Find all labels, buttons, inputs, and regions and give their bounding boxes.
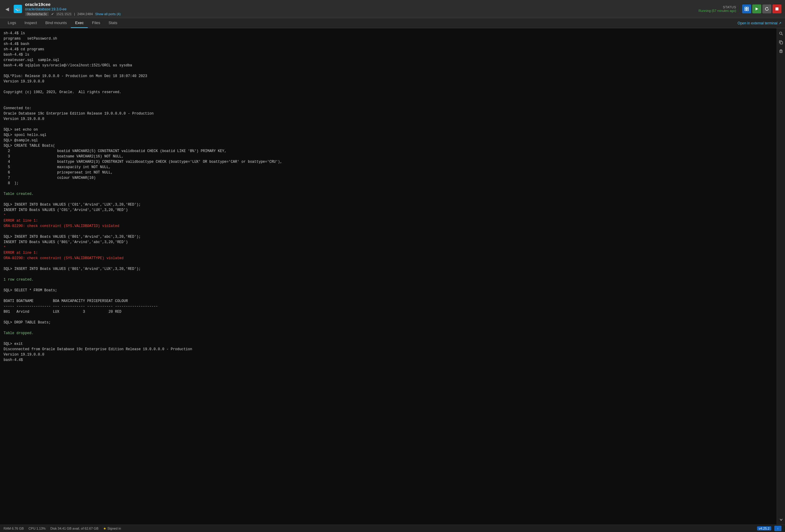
- open-terminal-text: Open in external terminal ↗: [738, 21, 781, 25]
- port-2484: 2484:2484: [77, 12, 93, 16]
- tab-stats[interactable]: Stats: [104, 18, 122, 28]
- disk-value: Disk 34.41 GB avail. of 62.67 GB: [50, 527, 98, 530]
- stop-button[interactable]: [773, 4, 781, 14]
- header-right: STATUS Running (57 minutes ago): [699, 4, 781, 14]
- header: ◀ 🐳 oracle19cee oracle/database:19.3.0-e…: [0, 0, 785, 18]
- svg-rect-5: [776, 7, 779, 10]
- status-section: STATUS Running (57 minutes ago): [699, 5, 736, 12]
- disk-status: Disk 34.41 GB avail. of 62.67 GB: [50, 527, 98, 530]
- scroll-down-button[interactable]: [778, 516, 784, 523]
- tab-inspect[interactable]: Inspect: [20, 18, 41, 28]
- header-left: ◀ 🐳 oracle19cee oracle/database:19.3.0-e…: [4, 2, 121, 16]
- container-id-verified-icon: ✔: [51, 12, 54, 16]
- ram-status: RAM 6.76 GB: [4, 527, 24, 530]
- tab-exec[interactable]: Exec: [71, 18, 88, 28]
- open-button[interactable]: [742, 4, 751, 14]
- svg-rect-9: [780, 50, 782, 53]
- svg-point-6: [780, 32, 782, 34]
- svg-line-7: [782, 34, 783, 35]
- svg-rect-1: [747, 7, 749, 9]
- container-icon: 🐳: [14, 5, 22, 13]
- status-label: STATUS: [699, 5, 736, 9]
- tabs: Logs Inspect Bind mounts Exec Files Stat…: [4, 18, 121, 28]
- cpu-value: CPU 1.13%: [29, 527, 46, 530]
- action-buttons: [742, 4, 781, 14]
- status-bar-left: RAM 6.76 GB CPU 1.13% Disk 34.41 GB avai…: [4, 527, 121, 531]
- search-button[interactable]: [778, 30, 784, 36]
- tab-bind-mounts[interactable]: Bind mounts: [41, 18, 71, 28]
- tab-files[interactable]: Files: [88, 18, 104, 28]
- svg-rect-0: [745, 7, 746, 9]
- terminal-container: sh-4.4$ ls programs setPassword.sh sh-4.…: [0, 28, 785, 525]
- terminal[interactable]: sh-4.4$ ls programs setPassword.sh sh-4.…: [0, 28, 777, 525]
- signed-in-icon: ★: [103, 527, 106, 531]
- terminal-sidebar: [777, 28, 785, 525]
- copy-button[interactable]: [778, 39, 784, 46]
- status-bar: RAM 6.76 GB CPU 1.13% Disk 34.41 GB avai…: [0, 525, 785, 532]
- status-bar-right: v4.25.2 ↑: [757, 526, 781, 531]
- tabs-bar: Logs Inspect Bind mounts Exec Files Stat…: [0, 18, 785, 28]
- status-value: Running (57 minutes ago): [699, 9, 736, 12]
- svg-rect-2: [745, 9, 746, 11]
- container-meta: 0bcbebcfac3c ✔ 1521:1521 | 2484:2484 Sho…: [25, 12, 121, 16]
- svg-marker-4: [756, 7, 758, 10]
- version-badge: v4.25.2: [757, 526, 771, 531]
- header-info: oracle19cee oracle/database:19.3.0-ee 0b…: [25, 2, 121, 16]
- container-name: oracle19cee: [25, 2, 51, 7]
- show-all-ports-link[interactable]: Show all ports (4): [95, 12, 121, 16]
- container-id-badge: 0bcbebcfac3c: [25, 12, 49, 16]
- version-action-button[interactable]: ↑: [774, 526, 781, 531]
- port-sep: |: [74, 12, 75, 16]
- open-terminal-link[interactable]: Open in external terminal ↗: [738, 21, 781, 25]
- back-button[interactable]: ◀: [4, 5, 11, 13]
- restart-button[interactable]: [762, 4, 771, 14]
- clear-button[interactable]: [778, 48, 784, 54]
- tab-logs[interactable]: Logs: [4, 18, 20, 28]
- svg-rect-3: [747, 9, 749, 11]
- ram-value: RAM 6.76 GB: [4, 527, 24, 530]
- container-image-link[interactable]: oracle/database:19.3.0-ee: [25, 7, 66, 11]
- signed-in-text: Signed in: [107, 527, 121, 530]
- start-button[interactable]: [752, 4, 761, 14]
- port-1521: 1521:1521: [56, 12, 72, 16]
- signed-in-status: ★ Signed in: [103, 527, 121, 531]
- svg-rect-8: [780, 42, 783, 44]
- cpu-status: CPU 1.13%: [29, 527, 46, 530]
